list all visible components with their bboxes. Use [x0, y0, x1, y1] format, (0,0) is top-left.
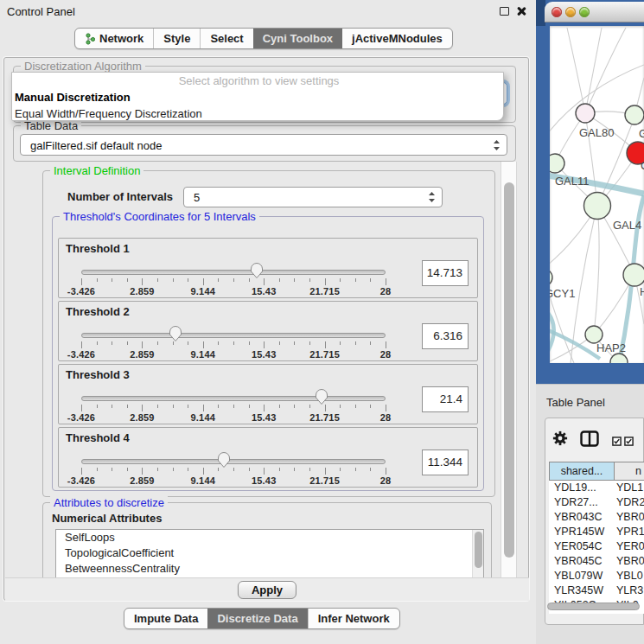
mac-zoom-icon[interactable] — [579, 7, 590, 17]
numerical-attributes-list[interactable]: SelfLoopsTopologicalCoefficientBetweenne… — [55, 529, 484, 578]
slider-thumb[interactable] — [169, 325, 182, 342]
node-gal11[interactable] — [550, 154, 564, 173]
node-gcy1[interactable] — [550, 269, 552, 286]
list-item[interactable]: BetweennessCentrality — [56, 561, 483, 577]
threshold-value-field[interactable]: 14.713 — [422, 260, 469, 286]
table-row[interactable]: YBR043CYBR0 — [549, 510, 644, 525]
tick-mark — [218, 278, 219, 282]
list-scrollbar[interactable] — [472, 530, 483, 577]
tick-mark — [127, 278, 128, 282]
tick-mark — [294, 278, 295, 282]
tab-network[interactable]: Network — [75, 29, 153, 48]
tab-cyni-toolbox[interactable]: Cyni Toolbox — [253, 29, 342, 48]
tab-select[interactable]: Select — [200, 29, 252, 48]
node-partial-right[interactable] — [623, 264, 644, 286]
popup-option-manual-discretization[interactable]: Manual Discretization — [12, 89, 503, 105]
scrollbar-thumb[interactable] — [547, 603, 640, 610]
tick-mark — [264, 341, 265, 348]
checked-box-icon[interactable] — [624, 437, 634, 446]
popup-option-equal-width-frequency[interactable]: Equal Width/Frequency Discretization — [12, 105, 503, 122]
slider-thumb[interactable] — [217, 451, 231, 469]
popup-placeholder: Select algorithm to view settings — [12, 73, 503, 89]
table-data-combobox[interactable]: galFiltered.sif default node — [20, 134, 507, 156]
tick-mark — [370, 278, 371, 282]
node-label: GAL4 — [613, 219, 641, 232]
group-title: Interval Definition — [50, 164, 143, 177]
tick-mark — [203, 278, 204, 285]
tick-mark — [370, 341, 371, 345]
table-row[interactable]: YDR27...YDR2 — [549, 495, 644, 510]
table-row[interactable]: YDL19...YDL1 — [549, 481, 644, 495]
tick-label: -3.426 — [54, 412, 109, 423]
table-row[interactable]: YLR345WYLR3 — [549, 583, 644, 598]
column-header-shared-name[interactable]: shared... — [549, 462, 615, 481]
slider-thumb[interactable] — [315, 388, 328, 405]
node-hap2[interactable] — [585, 326, 603, 343]
node-gal4[interactable] — [584, 193, 611, 220]
network-view-window: GAL80 G C GAL11 GAL4 GCY1 H HAP2 — [536, 0, 644, 384]
threshold-value-field[interactable]: 11.344 — [422, 450, 469, 475]
panel-title: Control Panel — [7, 5, 75, 18]
tab-label: Network — [99, 32, 143, 45]
combobox-value: 5 — [194, 188, 200, 208]
apply-button[interactable]: Apply — [238, 581, 296, 599]
threshold-value-field[interactable]: 21.4 — [422, 386, 469, 412]
table-horizontal-scrollbar[interactable] — [547, 602, 643, 612]
threshold-slider-track[interactable] — [81, 270, 386, 275]
tab-jactivemnodules[interactable]: jActiveMNodules — [342, 29, 452, 48]
slider-thumb[interactable] — [250, 262, 264, 279]
tick-mark — [233, 405, 234, 408]
tick-mark — [188, 278, 188, 282]
list-item[interactable]: TopologicalCoefficient — [56, 545, 483, 561]
tick-mark — [188, 341, 188, 345]
tick-mark — [157, 341, 158, 345]
node-gal80[interactable] — [576, 104, 595, 123]
close-icon[interactable] — [516, 6, 526, 16]
node-partial-top[interactable] — [625, 105, 644, 124]
threshold-value-field[interactable]: 6.316 — [422, 323, 469, 349]
network-canvas[interactable]: GAL80 G C GAL11 GAL4 GCY1 H HAP2 — [550, 26, 644, 363]
tab-label: Discretize Data — [217, 612, 297, 625]
threshold-slider-track[interactable] — [81, 459, 386, 464]
tick-label: 21.715 — [297, 349, 353, 360]
table-row[interactable]: YPR145WYPR1 — [549, 525, 644, 539]
tick-mark — [294, 468, 295, 471]
mac-minimize-icon[interactable] — [565, 7, 576, 17]
tab-style[interactable]: Style — [153, 29, 200, 48]
checked-box-icon[interactable] — [612, 437, 622, 446]
scrollbar-thumb[interactable] — [504, 182, 514, 558]
tick-label: 9.144 — [175, 412, 231, 423]
tick-label: 21.715 — [297, 412, 353, 423]
settings-scrollbar[interactable] — [501, 162, 517, 577]
tick-mark — [309, 278, 310, 282]
cell-shared-name: YBL079W — [554, 569, 603, 583]
combobox-value: galFiltered.sif default node — [30, 135, 162, 156]
tick-label: 21.715 — [297, 286, 353, 296]
table-row[interactable]: YBR045CYBR0 — [549, 554, 644, 569]
scrollbar-thumb[interactable] — [475, 532, 482, 568]
node-partial-bottom[interactable] — [610, 354, 628, 363]
network-window-titlebar[interactable] — [545, 2, 644, 22]
mac-close-icon[interactable] — [552, 7, 562, 17]
number-of-intervals-combobox[interactable]: 5 — [183, 187, 443, 207]
tick-label: -3.426 — [54, 349, 109, 360]
column-header-name[interactable]: n — [614, 462, 644, 481]
threshold-slider-track[interactable] — [81, 396, 386, 401]
split-columns-icon[interactable] — [580, 430, 599, 447]
tick-mark — [97, 278, 98, 282]
group-title: Threshold's Coordinates for 5 Intervals — [60, 210, 259, 223]
float-window-icon[interactable] — [500, 7, 509, 16]
tab-impute-data[interactable]: Impute Data — [124, 609, 207, 628]
tab-discretize-data[interactable]: Discretize Data — [207, 609, 307, 628]
node-label: GAL11 — [555, 175, 590, 188]
table-row[interactable]: YER054CYER0 — [549, 539, 644, 554]
tick-mark — [340, 278, 341, 282]
settings-gear-icon[interactable] — [552, 430, 568, 446]
table-row[interactable]: YBL079WYBL0 — [549, 569, 644, 583]
cell-name: YDR2 — [616, 495, 644, 510]
slider-tick-labels: -3.4262.8599.14415.4321.71528 — [81, 475, 386, 486]
tab-infer-network[interactable]: Infer Network — [308, 609, 399, 628]
network-nodes[interactable] — [550, 104, 644, 363]
list-item[interactable]: SelfLoops — [56, 530, 483, 545]
threshold-slider-track[interactable] — [81, 333, 386, 338]
